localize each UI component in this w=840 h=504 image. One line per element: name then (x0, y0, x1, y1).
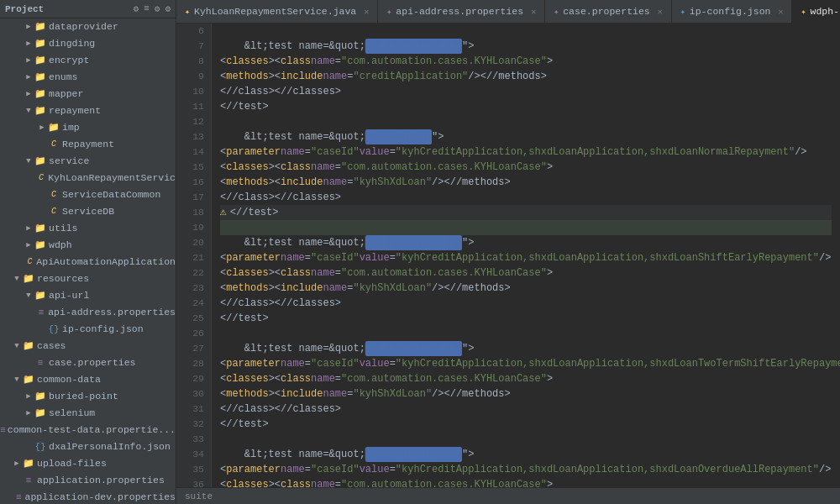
line-num-22: 22 (176, 265, 204, 281)
code-line-25: <//test> (220, 311, 832, 326)
line-num-30: 30 (176, 386, 204, 402)
line-num-10: 10 (176, 84, 204, 99)
status-bar: suite (176, 487, 840, 504)
sidebar-item-application.properties[interactable]: ≡ application.properties (0, 472, 176, 489)
item-label: Repayment (62, 137, 114, 152)
line-numbers: 6789101112131415161718192021222324252627… (176, 24, 212, 487)
blurred-text: ████████████████ (365, 447, 462, 462)
item-label: application-dev.properties (25, 490, 176, 504)
sidebar-icon-1[interactable]: ⚙ (134, 3, 139, 14)
tab-close[interactable]: ✕ (778, 7, 783, 17)
blurred-text: ████████████████ (365, 235, 462, 250)
item-label: service (49, 154, 89, 169)
tab-wdph-testNg[interactable]: ✦ wdph-testNg.xml ✕ (792, 0, 840, 24)
sidebar-icon-2[interactable]: ≡ (144, 3, 150, 14)
sidebar-item-dxalPersonalInfo.json[interactable]: {} dxalPersonalInfo.json (0, 438, 176, 455)
sidebar-item-utils[interactable]: ▶ 📁 utils (0, 220, 176, 237)
item-label: ServiceDataCommon (62, 187, 160, 202)
item-label: ApiAutomationApplication (36, 255, 176, 270)
item-label: ServiceDB (62, 204, 114, 219)
file-icon: {} (34, 439, 47, 454)
item-label: dataprovider (49, 19, 118, 34)
code-line-31: <//class><//classes> (220, 402, 832, 417)
sidebar-item-ApiAutomationApplication[interactable]: C ApiAutomationApplication (0, 254, 176, 270)
file-icon: C (36, 171, 46, 186)
file-icon: ≡ (0, 423, 6, 438)
code-content[interactable]: &lt;test name=&quot;████████████████"> <… (212, 24, 840, 487)
file-icon: 📁 (22, 271, 35, 286)
code-line-8: <classes><class name="com.automation.cas… (220, 54, 832, 69)
tab-close[interactable]: ✕ (364, 7, 369, 17)
code-line-36: <classes><class name="com.automation.cas… (220, 477, 832, 487)
file-icon: 📁 (34, 36, 47, 51)
sidebar-item-cases[interactable]: ▼ 📁 cases (0, 338, 176, 354)
code-line-18: ⚠ <//test> (220, 205, 832, 220)
line-num-32: 32 (176, 417, 204, 432)
tab-case-properties[interactable]: ✦ case.properties ✕ (545, 0, 672, 24)
line-num-16: 16 (176, 175, 204, 190)
line-num-12: 12 (176, 114, 204, 129)
tab-api-address[interactable]: ✦ api-address.properties ✕ (378, 0, 545, 24)
sidebar-item-dataprovider[interactable]: ▶ 📁 dataprovider (0, 18, 176, 35)
code-line-12 (220, 114, 832, 129)
code-line-9: <methods><include name="creditApplicatio… (220, 69, 832, 84)
sidebar-item-wdph[interactable]: ▶ 📁 wdph (0, 237, 176, 254)
sidebar-item-api-address.properties[interactable]: ≡ api-address.properties (0, 304, 176, 321)
arrow-icon: ▶ (24, 389, 34, 404)
line-num-11: 11 (176, 99, 204, 114)
code-line-23: <methods><include name="kyhShXdLoan"/></… (220, 281, 832, 296)
code-line-32: <//test> (220, 417, 832, 432)
sidebar-tree: ▶ 📁 dataprovider ▶ 📁 dingding ▶ 📁 encryp… (0, 18, 176, 504)
sidebar-item-selenium[interactable]: ▶ 📁 selenium (0, 405, 176, 422)
item-label: dingding (49, 36, 95, 51)
item-label: cases (37, 339, 66, 354)
sidebar-item-imp[interactable]: ▶ 📁 imp (0, 119, 176, 136)
tab-icon: ✦ (386, 7, 391, 17)
sidebar-item-ServiceDB[interactable]: C ServiceDB (0, 203, 176, 220)
arrow-icon: ▶ (24, 70, 34, 85)
sidebar-item-encrypt[interactable]: ▶ 📁 encrypt (0, 52, 176, 69)
tab-ip-config[interactable]: ✦ ip-config.json ✕ (672, 0, 793, 24)
sidebar-icon-4[interactable]: ⚙ (165, 3, 171, 14)
sidebar-item-ip-config.json[interactable]: {} ip-config.json (0, 321, 176, 338)
sidebar-item-repayment[interactable]: ▼ 📁 repayment (0, 102, 176, 119)
file-icon: ≡ (36, 305, 46, 320)
item-label: dxalPersonalInfo.json (49, 439, 171, 454)
code-line-17: <//class><//classes> (220, 190, 832, 205)
sidebar-item-case.properties[interactable]: ≡ case.properties (0, 354, 176, 371)
arrow-icon: ▼ (24, 288, 34, 303)
item-label: upload-files (37, 456, 107, 471)
sidebar-item-resources[interactable]: ▼ 📁 resources (0, 270, 176, 287)
sidebar-icon-3[interactable]: ⚙ (155, 3, 160, 14)
sidebar-item-upload-files[interactable]: ▶ 📁 upload-files (0, 455, 176, 472)
tab-label: wdph-testNg.xml (811, 6, 841, 17)
sidebar-item-ServiceDataCommon[interactable]: C ServiceDataCommon (0, 186, 176, 203)
sidebar-item-service[interactable]: ▼ 📁 service (0, 153, 176, 170)
sidebar-item-Repayment[interactable]: C Repayment (0, 136, 176, 153)
code-line-33 (220, 432, 832, 447)
code-line-14: <parameter name="caseId" value="kyhCredi… (220, 144, 832, 160)
sidebar-item-buried-point[interactable]: ▶ 📁 buried-point (0, 388, 176, 405)
tab-label: api-address.properties (396, 6, 523, 17)
sidebar-item-api-url[interactable]: ▼ 📁 api-url (0, 287, 176, 304)
item-label: case.properties (49, 355, 136, 370)
sidebar-item-dingding[interactable]: ▶ 📁 dingding (0, 35, 176, 52)
sidebar-item-enums[interactable]: ▶ 📁 enums (0, 69, 176, 86)
tab-close[interactable]: ✕ (531, 7, 536, 17)
sidebar-item-mapper[interactable]: ▶ 📁 mapper (0, 86, 176, 102)
sidebar-item-KyhLoanRepaymentService[interactable]: C KyhLoanRepaymentServic (0, 170, 176, 186)
editor-area: ✦ KyhLoanRepaymentService.java ✕ ✦ api-a… (176, 0, 840, 504)
line-num-27: 27 (176, 341, 204, 356)
item-label: encrypt (49, 53, 89, 68)
tab-KyhLoanRepaymentService[interactable]: ✦ KyhLoanRepaymentService.java ✕ (176, 0, 378, 24)
code-line-29: <classes><class name="com.automation.cas… (220, 371, 832, 386)
sidebar-item-application-dev.properties[interactable]: ≡ application-dev.properties (0, 489, 176, 504)
line-num-14: 14 (176, 144, 204, 160)
code-line-27: &lt;test name=&quot;████████████████"> (220, 341, 832, 356)
tab-close[interactable]: ✕ (658, 7, 663, 17)
sidebar-item-common-test-data.properties[interactable]: ≡ common-test-data.propertie... (0, 422, 176, 438)
line-num-31: 31 (176, 402, 204, 417)
sidebar-item-common-data[interactable]: ▼ 📁 common-data (0, 371, 176, 388)
arrow-icon: ▼ (24, 154, 34, 169)
file-icon: {} (47, 322, 60, 337)
